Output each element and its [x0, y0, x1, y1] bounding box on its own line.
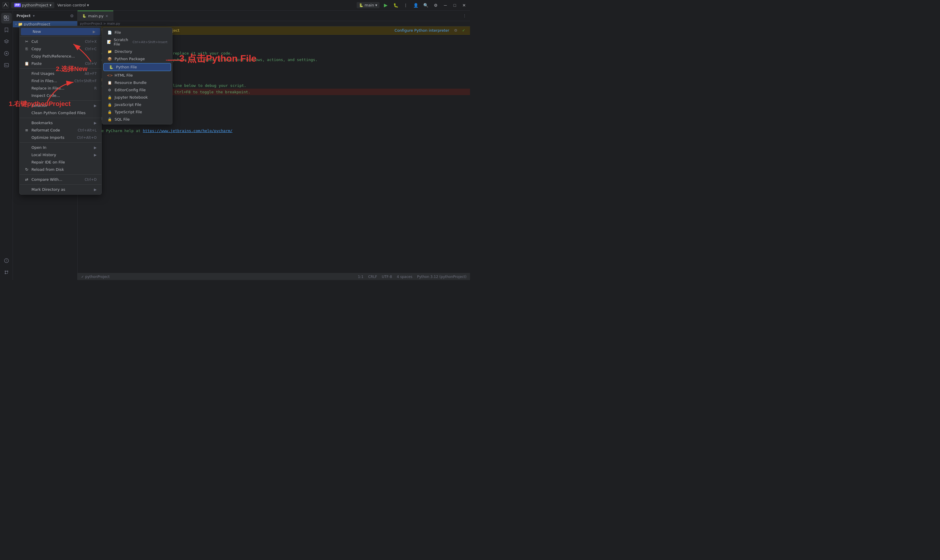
- titlebar-menu: PP pythonProject ▾ Version control ▾: [11, 2, 91, 8]
- sub-python-package[interactable]: 📦 Python Package: [102, 55, 172, 63]
- project-view-button[interactable]: [1, 13, 12, 23]
- warning-dismiss-icon[interactable]: ✓: [462, 28, 465, 32]
- reformat-shortcut: Ctrl+Alt+L: [78, 128, 97, 132]
- project-dropdown-icon: ▾: [49, 3, 52, 7]
- status-indent[interactable]: 4 spaces: [397, 275, 412, 279]
- sub-html-file[interactable]: <> HTML File: [102, 72, 172, 79]
- sub-python-file-label: Python File: [116, 65, 137, 69]
- icon-bar: ?: [0, 11, 13, 280]
- notifications-button[interactable]: ?: [1, 255, 12, 266]
- replace-shortcut: R: [94, 86, 97, 91]
- status-right: 1:1 CRLF UTF-8 4 spaces Python 3.12 (pyt…: [358, 275, 466, 279]
- ctx-optimize-imports[interactable]: Optimize Imports Ctrl+Alt+O: [20, 134, 101, 141]
- terminal-button[interactable]: [1, 60, 12, 71]
- sub-python-file[interactable]: 🐍 Python File: [103, 63, 171, 71]
- settings-button[interactable]: ⚙: [432, 2, 440, 9]
- ctx-compare[interactable]: ⇄ Compare With... Ctrl+D: [20, 176, 101, 183]
- ctx-bookmarks-label: Bookmarks: [31, 121, 53, 125]
- sub-scratch-file[interactable]: 📝 Scratch File Ctrl+Alt+Shift+Insert: [102, 36, 172, 48]
- close-button[interactable]: ✕: [461, 2, 468, 9]
- debug-button[interactable]: 🐛: [392, 2, 400, 9]
- layers-button[interactable]: [1, 36, 12, 47]
- more-actions-button[interactable]: ⋮: [402, 2, 409, 9]
- ctx-sep-7: [20, 184, 101, 185]
- ctx-find-usages-label: Find Usages: [31, 71, 54, 76]
- find-usages-shortcut: Alt+F7: [85, 72, 97, 76]
- ctx-reformat[interactable]: ≡ Reformat Code Ctrl+Alt+L: [20, 126, 101, 134]
- open-in-arrow-icon: ▶: [94, 146, 97, 150]
- run-button[interactable]: ▶: [382, 2, 389, 9]
- ctx-new[interactable]: New ▶: [21, 28, 100, 35]
- ctx-refactor-label: Refactor: [31, 103, 48, 108]
- status-interpreter[interactable]: Python 3.12 (pythonProject): [417, 275, 466, 279]
- profile-button[interactable]: 👤: [412, 2, 420, 9]
- ctx-paste[interactable]: 📋 Paste Ctrl+V: [20, 60, 101, 67]
- ctx-find-usages[interactable]: Find Usages Alt+F7: [20, 70, 101, 77]
- warning-settings-icon[interactable]: ⚙: [454, 28, 457, 32]
- sub-file[interactable]: 📄 File: [102, 29, 172, 36]
- reload-icon: ↻: [25, 167, 29, 172]
- ctx-inspect-label: Inspect Code...: [31, 93, 60, 98]
- run-config-selector[interactable]: 🐍 main ▾: [357, 2, 380, 8]
- cut-icon: ✂: [25, 39, 29, 44]
- svg-rect-3: [4, 18, 6, 20]
- sub-sql-file[interactable]: 🔒 SQL File: [102, 115, 172, 123]
- ctx-bookmarks[interactable]: Bookmarks ▶: [20, 119, 101, 126]
- ctx-inspect[interactable]: Inspect Code...: [20, 92, 101, 99]
- ctx-cut[interactable]: ✂ Cut Ctrl+X: [20, 38, 101, 45]
- ctx-clean-compiled[interactable]: Clean Python Compiled Files: [20, 109, 101, 117]
- ctx-copy-path[interactable]: Copy Path/Reference...: [20, 52, 101, 60]
- bookmarks-button[interactable]: [1, 25, 12, 35]
- main-py-tab[interactable]: 🐍 main.py ✕: [77, 11, 113, 21]
- git-button[interactable]: [1, 267, 12, 278]
- configure-interpreter-link[interactable]: Configure Python interpreter: [395, 28, 449, 32]
- ctx-refactor[interactable]: Refactor ▶: [20, 102, 101, 109]
- version-control-menu[interactable]: Version control ▾: [55, 2, 91, 8]
- svg-point-10: [5, 273, 6, 274]
- sub-directory[interactable]: 📁 Directory: [102, 48, 172, 55]
- ctx-open-in[interactable]: Open In ▶: [20, 144, 101, 151]
- ctx-local-history[interactable]: Local History ▶: [20, 151, 101, 158]
- ctx-find-files[interactable]: Find in Files... Ctrl+Shift+F: [20, 77, 101, 85]
- sub-jupyter[interactable]: 🔒 Jupyter Notebook: [102, 94, 172, 101]
- status-position[interactable]: 1:1: [358, 275, 363, 279]
- submenu: 📄 File 📝 Scratch File Ctrl+Alt+Shift+Ins…: [102, 27, 173, 125]
- panel-settings-icon[interactable]: ⚙: [70, 14, 74, 18]
- tab-more-options[interactable]: ⋮: [459, 14, 470, 18]
- ctx-sep-3: [20, 100, 101, 101]
- search-button[interactable]: 🔍: [422, 2, 429, 9]
- jupyter-icon: 🔒: [107, 95, 112, 100]
- sub-editorconfig[interactable]: ⚙ EditorConfig File: [102, 86, 172, 94]
- ctx-sep-1: [20, 36, 101, 37]
- tab-label: main.py: [88, 14, 104, 18]
- python-package-icon: 📦: [107, 57, 112, 61]
- sub-file-label: File: [114, 30, 121, 35]
- ctx-copy[interactable]: ⎘ Copy Ctrl+C: [20, 45, 101, 52]
- context-menu: New ▶ ✂ Cut Ctrl+X ⎘ Copy Ctrl+C Copy Pa…: [19, 26, 102, 195]
- minimize-button[interactable]: ─: [442, 2, 449, 9]
- sql-icon: 🔒: [107, 117, 112, 122]
- resource-bundle-icon: 📋: [107, 81, 112, 85]
- sub-resource-bundle[interactable]: 📋 Resource Bundle: [102, 79, 172, 86]
- ctx-replace-files[interactable]: Replace in Files... R: [20, 85, 101, 92]
- svg-rect-4: [7, 18, 9, 20]
- editorconfig-icon: ⚙: [107, 88, 112, 92]
- cut-shortcut: Ctrl+X: [85, 40, 97, 44]
- ctx-mark-directory[interactable]: Mark Directory as ▶: [20, 186, 101, 193]
- ctx-reload[interactable]: ↻ Reload from Disk: [20, 166, 101, 173]
- ctx-local-history-label: Local History: [31, 152, 56, 157]
- sub-ts-file[interactable]: 🔒 TypeScript File: [102, 108, 172, 115]
- ctx-mark-dir-label: Mark Directory as: [31, 187, 65, 192]
- run-panel-button[interactable]: [1, 48, 12, 59]
- scratch-file-icon: 📝: [107, 40, 111, 44]
- ctx-repair-ide[interactable]: Repair IDE on File: [20, 158, 101, 166]
- project-selector[interactable]: PP pythonProject ▾: [11, 2, 54, 8]
- panel-title: Project: [17, 14, 31, 18]
- paste-icon: 📋: [25, 62, 29, 66]
- sub-jupyter-label: Jupyter Notebook: [114, 95, 148, 100]
- maximize-button[interactable]: □: [451, 2, 458, 9]
- sub-js-file[interactable]: 🔒 JavaScript File: [102, 101, 172, 108]
- status-line-ending[interactable]: CRLF: [368, 275, 377, 279]
- tab-close-icon[interactable]: ✕: [105, 14, 108, 18]
- status-charset[interactable]: UTF-8: [382, 275, 392, 279]
